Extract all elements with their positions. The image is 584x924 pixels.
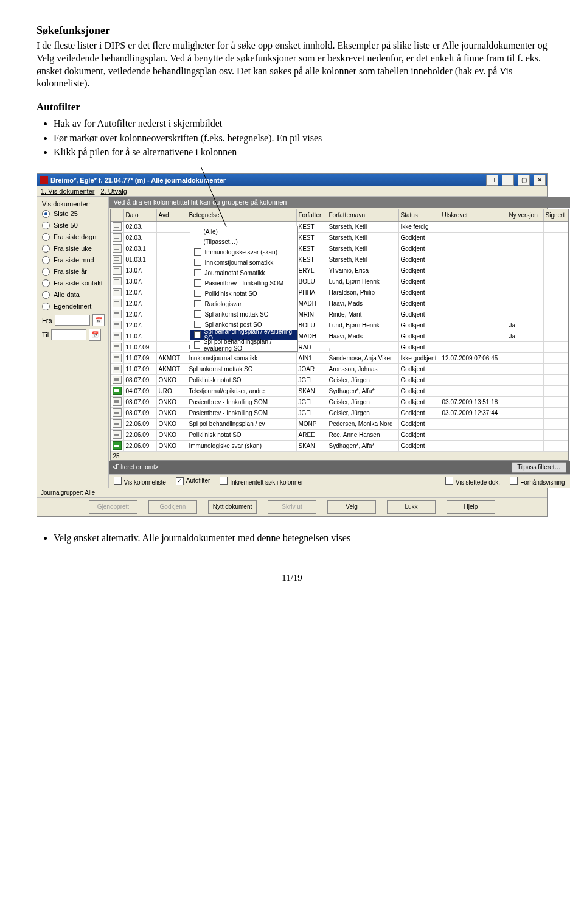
radio-egendefinert[interactable]: Egendefinert [42, 303, 105, 310]
col-icon[interactable] [111, 209, 124, 221]
table-row[interactable]: 08.07.09ONKOPoliklinisk notat SOJGEIGeis… [111, 375, 568, 386]
col-nyversjon[interactable]: Ny versjon [507, 209, 544, 221]
autofilter-dropdown[interactable]: (Alle)(Tilpasset…)Immunologiske svar (sk… [190, 226, 297, 351]
table-row[interactable]: 03.07.09ONKOPasientbrev - Innkalling SOM… [111, 397, 568, 408]
autofilter-option[interactable]: Radiologisvar [190, 299, 297, 309]
radio-siste-50[interactable]: Siste 50 [42, 222, 105, 229]
fra-input[interactable] [55, 315, 90, 326]
autofilter-option[interactable]: Spl ankomst mottak SO [190, 309, 297, 320]
autofilter-option[interactable]: Poliklinisk notat SO [190, 289, 297, 299]
cell-nyversjon [507, 353, 544, 363]
checkbox-icon [194, 269, 201, 276]
cell-status: Godkjent [399, 419, 440, 429]
hjelp-button[interactable]: Hjelp [447, 500, 495, 514]
cell-avd: URO [157, 386, 187, 396]
table-row[interactable]: 11.07.09RadiologisvarRAD,Godkjent [111, 342, 568, 353]
radio-fra-siste-år[interactable]: Fra siste år [42, 268, 105, 276]
table-row[interactable]: 22.06.09ONKOPoliklinisk notat SOAREERee,… [111, 430, 568, 441]
table-row[interactable]: 12.07.PHHAHaraldson, PhilipGodkjent [111, 287, 568, 298]
velg-button[interactable]: Velg [327, 500, 376, 514]
table-row[interactable]: 22.06.09ONKOSpl pol behandlingsplan / ev… [111, 419, 568, 430]
autofilter-option-label: Spl ankomst post SO [205, 321, 262, 328]
autofilter-option[interactable]: Pasientbrev - Innkalling SOM [190, 278, 297, 289]
filter-customize-button[interactable]: Tilpass filteret… [512, 462, 566, 473]
cell-status: Godkjent [399, 430, 440, 440]
nytt-dokument-button[interactable]: Nytt dokument [208, 500, 257, 514]
cell-betegnelse: Pasientbrev - Innkalling SOM [187, 408, 297, 418]
cell-dato: 22.06.09 [124, 441, 157, 451]
cell-utskrevet [440, 386, 507, 396]
tab-utvalg[interactable]: 2. Utvalg [100, 187, 127, 195]
skriv-ut-button[interactable]: Skriv ut [268, 500, 316, 514]
radio-label: Siste 50 [54, 222, 78, 229]
cell-nyversjon [507, 233, 544, 243]
table-row[interactable]: 01.03.1KESTStørseth, KetilGodkjent [111, 254, 568, 265]
table-row[interactable]: 12.07.BOLULund, Bjørn HenrikGodkjentJa [111, 320, 568, 331]
col-status[interactable]: Status [399, 209, 440, 221]
radio-fra-siste-mnd[interactable]: Fra siste mnd [42, 256, 105, 264]
table-row[interactable]: 11.07.09AKMOTInnkomstjournal somatikkAIN… [111, 353, 568, 364]
table-row[interactable]: 02.03.KESTStørseth, KetilIkke ferdig [111, 222, 568, 233]
chk-vis-slettede[interactable]: Vis slettede dok. [445, 477, 500, 486]
table-row[interactable]: 12.07.MADHHaavi, MadsGodkjent [111, 298, 568, 309]
cell-nyversjon [507, 298, 544, 309]
table-row[interactable]: 13.07.BOLULund, Bjørn HenrikGodkjent [111, 276, 568, 287]
autofilter-option-label: Spl pol behandlingsplan / evaluering SO [204, 338, 293, 352]
calendar-icon[interactable]: 📅 [92, 314, 105, 326]
cell-signert [544, 222, 568, 232]
col-utskrevet[interactable]: Utskrevet [440, 209, 507, 221]
cell-forfatter: KEST [297, 254, 327, 265]
table-row[interactable]: 04.07.09UROTekstjournal/epikriser, andre… [111, 386, 568, 397]
table-row[interactable]: 11.07.MADHHaavi, MadsGodkjentJa [111, 331, 568, 342]
cell-forfatter: ERYL [297, 265, 327, 276]
calendar-icon[interactable]: 📅 [89, 329, 101, 341]
cell-forfatternavn: Haavi, Mads [327, 331, 399, 341]
tab-vis-dokumenter[interactable]: 1. Vis dokumenter [41, 187, 94, 195]
col-forfatternavn[interactable]: Forfatternavn [327, 209, 399, 221]
chk-vis-kolonneliste[interactable]: Vis kolonneliste [114, 477, 166, 486]
autofilter-option[interactable]: Spl pol behandlingsplan / evaluering SO [190, 340, 297, 351]
radio-icon [42, 303, 50, 310]
table-row[interactable]: 12.07.MRINRinde, MaritGodkjent [111, 309, 568, 320]
autofilter-option[interactable]: Immunologiske svar (skan) [190, 247, 297, 257]
autofilter-option-label: Immunologiske svar (skan) [205, 249, 277, 256]
til-input[interactable] [51, 329, 86, 340]
table-row[interactable]: 02.03.KESTStørseth, KetilGodkjent [111, 233, 568, 243]
autofilter-option-label: Spl ankomst mottak SO [205, 311, 269, 318]
gjenopprett-button[interactable]: Gjenopprett [89, 500, 137, 514]
table-row[interactable]: 11.07.09AKMOTSpl ankomst mottak SOJOARAr… [111, 364, 568, 375]
cell-utskrevet [440, 287, 507, 298]
cell-signert [544, 430, 568, 440]
post-bullets: Velg ønsket alternativ. Alle journaldoku… [54, 531, 548, 545]
cell-nyversjon [507, 408, 544, 418]
col-dato[interactable]: Dato [124, 209, 157, 221]
radio-alle-data[interactable]: Alle data [42, 291, 105, 299]
radio-fra-siste-kontakt[interactable]: Fra siste kontakt [42, 279, 105, 287]
autofilter-option[interactable]: Innkomstjournal somatikk [190, 257, 297, 268]
chk-forhandsvisning[interactable]: Forhåndsvisning [510, 477, 565, 486]
table-row[interactable]: 22.06.09ONKOImmunologiske svar (skan)SKA… [111, 441, 568, 452]
cell-avd [157, 287, 187, 298]
row-type-icon [111, 397, 124, 407]
cell-forfatternavn: Aronsson, Johnas [327, 364, 399, 374]
chk-autofilter[interactable]: Autofilter [176, 477, 210, 485]
chk-inkrementelt[interactable]: Inkrementelt søk i kolonner [220, 477, 303, 486]
table-row[interactable]: 02.03.1KESTStørseth, KetilGodkjent [111, 243, 568, 254]
table-row[interactable]: 13.07.ERYLYlivainio, EricaGodkjent [111, 265, 568, 276]
cell-forfatternavn: Sydhagen*, Alfa* [327, 441, 399, 451]
col-avd[interactable]: Avd [157, 209, 187, 221]
radio-fra-siste-uke[interactable]: Fra siste uke [42, 245, 105, 253]
radio-fra-siste-døgn[interactable]: Fra siste døgn [42, 233, 105, 241]
autofilter-option[interactable]: (Tilpasset…) [190, 237, 297, 247]
lukk-button[interactable]: Lukk [387, 500, 436, 514]
row-count: 25 [110, 452, 569, 461]
main-panel: Ved å dra en kolonnetittel hit kan du gr… [109, 197, 570, 488]
godkjenn-button[interactable]: Godkjenn [148, 500, 197, 514]
cell-forfatternavn: Lund, Bjørn Henrik [327, 320, 399, 331]
autofilter-option[interactable]: Journalnotat Somatikk [190, 268, 297, 278]
row-type-icon [111, 320, 124, 331]
table-row[interactable]: 03.07.09ONKOPasientbrev - Innkalling SOM… [111, 408, 568, 419]
row-type-icon [111, 430, 124, 440]
radio-siste-25[interactable]: Siste 25 [42, 210, 105, 218]
col-signert[interactable]: Signert [544, 209, 568, 221]
